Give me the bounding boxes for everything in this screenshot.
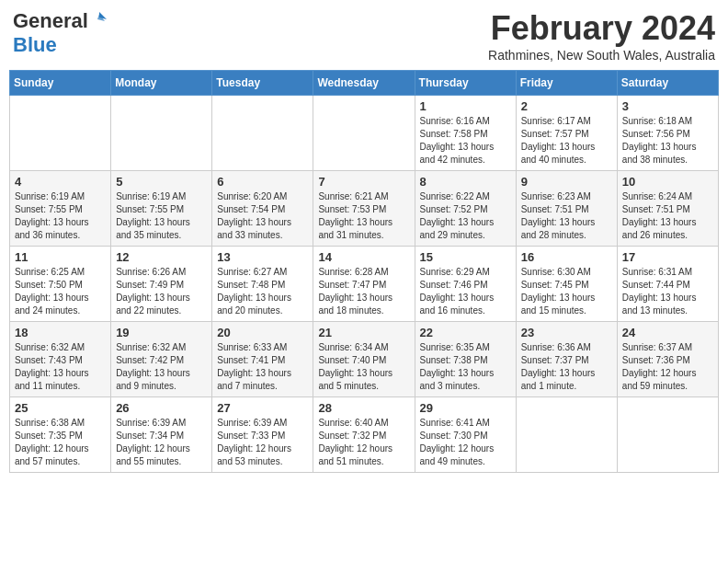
day-number: 6 (217, 175, 308, 189)
day-header-wednesday: Wednesday (313, 71, 415, 96)
day-info: Sunrise: 6:30 AMSunset: 7:45 PMDaylight:… (521, 266, 612, 317)
location-subtitle: Rathmines, New South Wales, Australia (488, 48, 715, 63)
title-section: February 2024 Rathmines, New South Wales… (488, 9, 715, 63)
calendar-cell (617, 397, 718, 473)
calendar-cell (516, 397, 617, 473)
day-info: Sunrise: 6:32 AMSunset: 7:43 PMDaylight:… (15, 341, 106, 393)
calendar-cell: 2Sunrise: 6:17 AMSunset: 7:57 PMDaylight… (516, 96, 617, 171)
day-number: 12 (116, 250, 207, 264)
calendar-cell: 6Sunrise: 6:20 AMSunset: 7:54 PMDaylight… (212, 171, 313, 247)
day-info: Sunrise: 6:21 AMSunset: 7:53 PMDaylight:… (318, 190, 409, 242)
calendar-cell: 5Sunrise: 6:19 AMSunset: 7:55 PMDaylight… (111, 171, 212, 247)
day-number: 19 (116, 326, 207, 339)
day-number: 7 (318, 175, 409, 189)
calendar-cell: 27Sunrise: 6:39 AMSunset: 7:33 PMDayligh… (212, 397, 313, 473)
day-info: Sunrise: 6:36 AMSunset: 7:37 PMDaylight:… (521, 341, 612, 393)
day-info: Sunrise: 6:20 AMSunset: 7:54 PMDaylight:… (217, 190, 308, 242)
calendar-cell (111, 96, 212, 171)
calendar-cell: 11Sunrise: 6:25 AMSunset: 7:50 PMDayligh… (10, 247, 111, 322)
day-number: 10 (622, 175, 713, 189)
logo-blue-text: Blue (13, 33, 57, 56)
calendar-cell (10, 96, 111, 171)
day-number: 5 (116, 175, 207, 189)
logo-bird-icon (90, 10, 108, 29)
calendar-cell: 24Sunrise: 6:37 AMSunset: 7:36 PMDayligh… (617, 322, 718, 397)
calendar-cell: 14Sunrise: 6:28 AMSunset: 7:47 PMDayligh… (313, 247, 415, 322)
calendar-table: SundayMondayTuesdayWednesdayThursdayFrid… (9, 70, 719, 473)
calendar-cell: 29Sunrise: 6:41 AMSunset: 7:30 PMDayligh… (415, 397, 516, 473)
day-number: 25 (15, 401, 106, 415)
calendar-cell: 26Sunrise: 6:39 AMSunset: 7:34 PMDayligh… (111, 397, 212, 473)
calendar-cell: 16Sunrise: 6:30 AMSunset: 7:45 PMDayligh… (516, 247, 617, 322)
calendar-week-row: 18Sunrise: 6:32 AMSunset: 7:43 PMDayligh… (10, 322, 719, 397)
calendar-cell: 1Sunrise: 6:16 AMSunset: 7:58 PMDaylight… (415, 96, 516, 171)
day-header-saturday: Saturday (617, 71, 718, 96)
day-number: 15 (420, 250, 511, 264)
calendar-cell: 8Sunrise: 6:22 AMSunset: 7:52 PMDaylight… (415, 171, 516, 247)
day-number: 11 (15, 250, 106, 264)
day-info: Sunrise: 6:27 AMSunset: 7:48 PMDaylight:… (217, 266, 308, 317)
calendar-week-row: 4Sunrise: 6:19 AMSunset: 7:55 PMDaylight… (10, 171, 719, 247)
calendar-cell: 7Sunrise: 6:21 AMSunset: 7:53 PMDaylight… (313, 171, 415, 247)
day-info: Sunrise: 6:40 AMSunset: 7:32 PMDaylight:… (318, 417, 409, 468)
calendar-cell: 4Sunrise: 6:19 AMSunset: 7:55 PMDaylight… (10, 171, 111, 247)
day-info: Sunrise: 6:28 AMSunset: 7:47 PMDaylight:… (318, 266, 409, 317)
calendar-cell: 20Sunrise: 6:33 AMSunset: 7:41 PMDayligh… (212, 322, 313, 397)
day-header-friday: Friday (516, 71, 617, 96)
day-header-sunday: Sunday (10, 71, 111, 96)
day-info: Sunrise: 6:22 AMSunset: 7:52 PMDaylight:… (420, 190, 511, 242)
calendar-cell: 17Sunrise: 6:31 AMSunset: 7:44 PMDayligh… (617, 247, 718, 322)
day-info: Sunrise: 6:16 AMSunset: 7:58 PMDaylight:… (420, 115, 511, 167)
calendar-week-row: 25Sunrise: 6:38 AMSunset: 7:35 PMDayligh… (10, 397, 719, 473)
calendar-cell: 23Sunrise: 6:36 AMSunset: 7:37 PMDayligh… (516, 322, 617, 397)
day-header-thursday: Thursday (415, 71, 516, 96)
day-info: Sunrise: 6:25 AMSunset: 7:50 PMDaylight:… (15, 266, 106, 317)
day-number: 22 (420, 326, 511, 339)
day-info: Sunrise: 6:35 AMSunset: 7:38 PMDaylight:… (420, 341, 511, 393)
calendar-cell: 10Sunrise: 6:24 AMSunset: 7:51 PMDayligh… (617, 171, 718, 247)
day-number: 29 (420, 401, 511, 415)
day-number: 27 (217, 401, 308, 415)
day-number: 8 (420, 175, 511, 189)
calendar-cell: 19Sunrise: 6:32 AMSunset: 7:42 PMDayligh… (111, 322, 212, 397)
day-info: Sunrise: 6:23 AMSunset: 7:51 PMDaylight:… (521, 190, 612, 242)
calendar-cell: 18Sunrise: 6:32 AMSunset: 7:43 PMDayligh… (10, 322, 111, 397)
day-number: 4 (15, 175, 106, 189)
day-info: Sunrise: 6:19 AMSunset: 7:55 PMDaylight:… (116, 190, 207, 242)
calendar-cell: 12Sunrise: 6:26 AMSunset: 7:49 PMDayligh… (111, 247, 212, 322)
day-info: Sunrise: 6:18 AMSunset: 7:56 PMDaylight:… (622, 115, 713, 167)
calendar-week-row: 11Sunrise: 6:25 AMSunset: 7:50 PMDayligh… (10, 247, 719, 322)
day-info: Sunrise: 6:34 AMSunset: 7:40 PMDaylight:… (318, 341, 409, 393)
day-info: Sunrise: 6:33 AMSunset: 7:41 PMDaylight:… (217, 341, 308, 393)
calendar-header-row: SundayMondayTuesdayWednesdayThursdayFrid… (10, 71, 719, 96)
day-number: 9 (521, 175, 612, 189)
calendar-cell: 21Sunrise: 6:34 AMSunset: 7:40 PMDayligh… (313, 322, 415, 397)
day-number: 13 (217, 250, 308, 264)
day-number: 21 (318, 326, 409, 339)
calendar-cell: 13Sunrise: 6:27 AMSunset: 7:48 PMDayligh… (212, 247, 313, 322)
calendar-cell: 15Sunrise: 6:29 AMSunset: 7:46 PMDayligh… (415, 247, 516, 322)
calendar-cell (212, 96, 313, 171)
day-header-monday: Monday (111, 71, 212, 96)
month-year-title: February 2024 (488, 9, 715, 48)
day-info: Sunrise: 6:37 AMSunset: 7:36 PMDaylight:… (622, 341, 713, 393)
day-number: 23 (521, 326, 612, 339)
logo-general-text: General (13, 9, 88, 33)
logo: General Blue (13, 9, 108, 57)
day-info: Sunrise: 6:31 AMSunset: 7:44 PMDaylight:… (622, 266, 713, 317)
day-info: Sunrise: 6:39 AMSunset: 7:33 PMDaylight:… (217, 417, 308, 468)
day-number: 14 (318, 250, 409, 264)
day-header-tuesday: Tuesday (212, 71, 313, 96)
day-number: 20 (217, 326, 308, 339)
day-info: Sunrise: 6:24 AMSunset: 7:51 PMDaylight:… (622, 190, 713, 242)
day-info: Sunrise: 6:17 AMSunset: 7:57 PMDaylight:… (521, 115, 612, 167)
day-info: Sunrise: 6:26 AMSunset: 7:49 PMDaylight:… (116, 266, 207, 317)
day-number: 2 (521, 99, 612, 113)
calendar-cell: 9Sunrise: 6:23 AMSunset: 7:51 PMDaylight… (516, 171, 617, 247)
page-header: General Blue February 2024 Rathmines, Ne… (9, 9, 719, 63)
calendar-cell (313, 96, 415, 171)
day-number: 1 (420, 99, 511, 113)
day-info: Sunrise: 6:41 AMSunset: 7:30 PMDaylight:… (420, 417, 511, 468)
calendar-week-row: 1Sunrise: 6:16 AMSunset: 7:58 PMDaylight… (10, 96, 719, 171)
day-info: Sunrise: 6:38 AMSunset: 7:35 PMDaylight:… (15, 417, 106, 468)
